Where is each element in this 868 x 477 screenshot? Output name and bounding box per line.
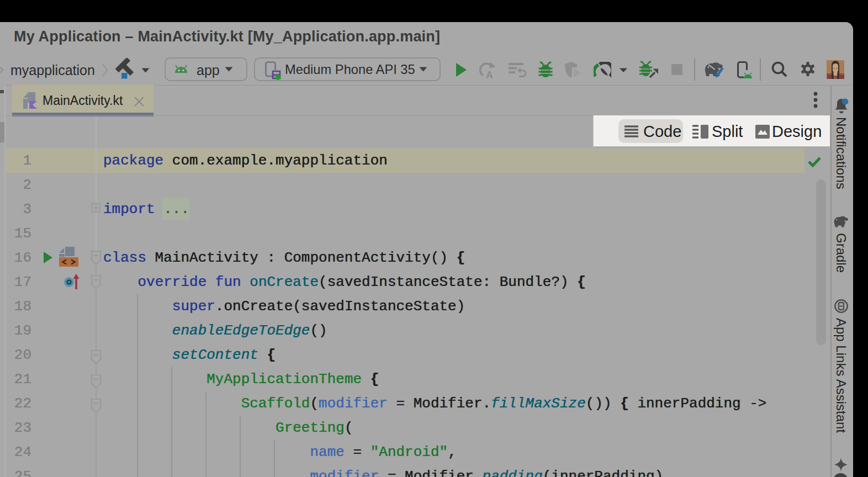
svg-text:A: A	[486, 70, 493, 79]
